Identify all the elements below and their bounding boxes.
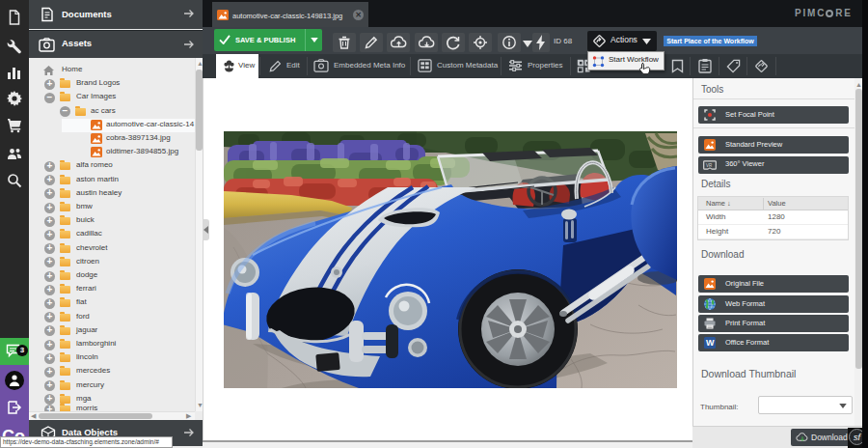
svg-text:VR: VR <box>706 162 713 167</box>
svg-text:W: W <box>706 338 715 348</box>
